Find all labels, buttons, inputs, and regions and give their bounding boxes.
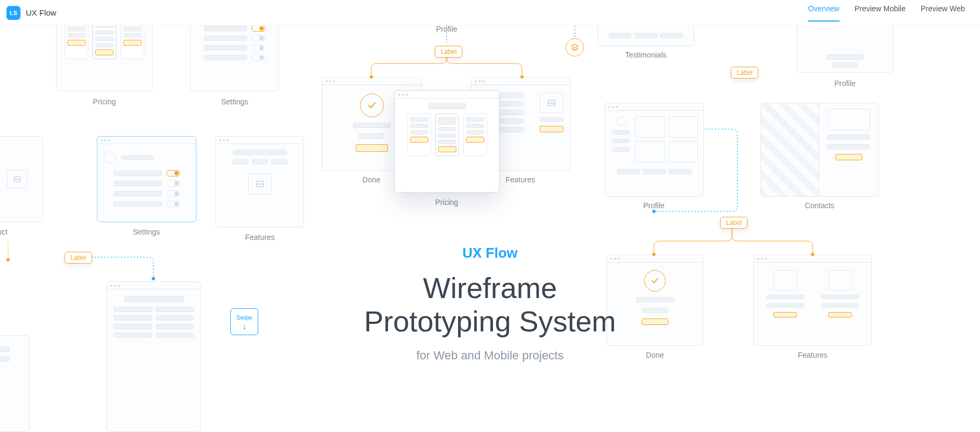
tag-label-right-mid: Label	[720, 217, 748, 229]
label-pricing-left: Pricing	[93, 97, 116, 106]
nav-preview-mobile[interactable]: Preview Mobile	[855, 4, 906, 22]
label-done-center: Done	[362, 175, 380, 184]
wf-product	[0, 136, 43, 222]
wf-settings-lower	[97, 136, 196, 222]
wf-profile-right	[604, 103, 704, 197]
stack-icon	[566, 38, 584, 56]
label-contacts: Contacts	[805, 201, 834, 210]
hero: UX Flow Wireframe Prototyping System for…	[364, 245, 616, 363]
user-icon	[616, 116, 626, 126]
check-icon	[644, 270, 666, 292]
logo-icon: LS	[6, 6, 20, 20]
image-icon	[7, 170, 27, 188]
svg-point-4	[652, 210, 655, 213]
wf-done-right	[607, 254, 703, 346]
wf-features-lower	[215, 136, 304, 228]
label-profile-edge: Profile	[834, 79, 856, 88]
canvas: Profile Label Testimonials Label Profile…	[0, 26, 980, 432]
user-icon	[104, 152, 116, 164]
wf-list-card	[107, 281, 201, 432]
label-pricing-center: Pricing	[435, 198, 459, 207]
tag-label-right-top: Label	[731, 67, 758, 79]
hero-brand: UX Flow	[364, 245, 616, 261]
top-nav: Overview Preview Mobile Preview Web	[808, 4, 965, 22]
logo[interactable]: LS UX Flow	[6, 6, 57, 20]
header-bar: LS UX Flow Overview Preview Mobile Previ…	[0, 0, 980, 26]
wf-pricing-center	[394, 90, 499, 193]
label-done-right: Done	[646, 351, 664, 359]
label-settings-lower: Settings	[133, 228, 160, 236]
label-profile-top: Profile	[436, 25, 457, 33]
label-testimonials: Testimonials	[625, 51, 666, 59]
hero-subtitle: for Web and Mobile projects	[364, 349, 616, 363]
swipe-indicator: Swipe ↓	[230, 308, 258, 335]
label-features-lower: Features	[245, 233, 274, 242]
svg-point-2	[6, 258, 10, 261]
hero-title: Wireframe Prototyping System	[364, 271, 616, 338]
tag-label-left: Label	[65, 252, 92, 264]
check-icon	[360, 94, 384, 117]
wf-edge-card	[0, 335, 30, 432]
nav-preview-web[interactable]: Preview Web	[921, 4, 965, 22]
label-profile-right: Profile	[643, 201, 665, 210]
label-product: oduct	[0, 228, 8, 236]
label-features-center: Features	[505, 175, 535, 184]
wf-contacts	[760, 103, 879, 197]
nav-overview[interactable]: Overview	[808, 4, 839, 22]
swipe-label: Swipe	[236, 314, 252, 321]
logo-label: UX Flow	[26, 8, 57, 17]
image-icon	[248, 173, 272, 195]
image-icon	[540, 93, 563, 113]
arrow-down-icon: ↓	[236, 322, 252, 331]
wf-features-right	[753, 254, 872, 346]
label-settings-top: Settings	[221, 97, 249, 106]
label-features-right: Features	[798, 351, 827, 359]
svg-point-3	[152, 277, 155, 280]
tag-label-top: Label	[435, 46, 462, 58]
